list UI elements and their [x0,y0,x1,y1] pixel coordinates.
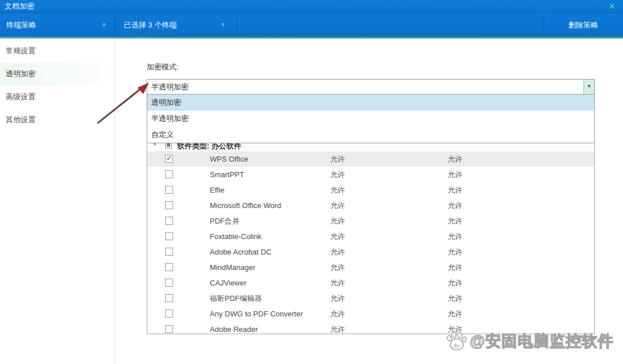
toolbar: 终端策略 ▼ 已选择 3 个终端 ▼ 删除策略 [0,13,623,37]
watermark-text: @安固电脑监控软件 [470,331,614,351]
permission-value-1: 允许 [330,198,345,213]
permission-value-2: 允许 [448,151,463,167]
row-checkbox[interactable] [165,248,173,256]
permission-value-2: 允许 [448,291,463,306]
terminal-policy-label: 终端策略 [0,21,36,29]
permission-value-1: 允许 [330,213,345,229]
window-title: 文档加密 [5,0,34,13]
permission-value-2: 允许 [448,260,463,275]
permission-value-1: 允许 [330,260,345,275]
software-name: Effie [210,182,225,198]
table-row[interactable]: Effie 允许 允许 [147,182,594,198]
sidebar-item-label: 常规设置 [6,46,36,55]
row-checkbox[interactable] [165,217,173,225]
software-table: ∨ 软件类型: 办公软件 WPS Office 允许 允许 SmartPPT 允… [147,141,595,334]
sidebar-item[interactable]: 高级设置 [0,85,114,108]
paw-icon-du-label: du [453,343,460,349]
table-row[interactable]: Adobe Acrobat DC 允许 允许 [147,244,594,260]
permission-value-2: 允许 [448,198,463,213]
permission-value-1: 允许 [330,291,345,306]
permission-value-2: 允许 [448,167,463,182]
terminal-policy-dropdown[interactable]: 终端策略 ▼ [0,13,115,37]
dropdown-option[interactable]: 半透明加密 [147,111,594,127]
row-checkbox[interactable] [165,263,173,271]
software-name: SmartPPT [210,167,244,182]
encryption-mode-dropdown-list: 透明加密半透明加密自定义 [147,95,595,143]
permission-value-1: 允许 [330,167,345,182]
dropdown-option[interactable]: 透明加密 [147,95,594,111]
chevron-down-icon: ▼ [587,84,591,89]
toolbar-divider [236,13,237,37]
software-name: Adobe Reader [210,322,258,334]
selected-terminals-dropdown[interactable]: 已选择 3 个终端 ▼ [116,13,236,37]
titlebar: 文档加密 ✕ [0,0,623,13]
software-name: Foxtable-Colink [210,229,261,244]
software-name: Microsoft Office Word [210,198,281,213]
row-checkbox[interactable] [165,201,173,209]
sidebar-item-label: 高级设置 [6,92,36,101]
document-encryption-window: 文档加密 ✕ 终端策略 ▼ 已选择 3 个终端 ▼ 删除策略 常规设置 透明加密… [0,0,623,364]
sidebar-item[interactable]: 透明加密 [0,62,114,85]
table-row[interactable]: Foxtable-Colink 允许 允许 [147,229,594,244]
encryption-mode-value: 半透明加密 [151,80,189,94]
permission-value-1: 允许 [330,322,345,334]
permission-value-1: 允许 [330,182,345,198]
sidebar-item[interactable]: 常规设置 [0,40,114,62]
select-dropdown-button[interactable]: ▼ [583,80,594,94]
sidebar-item-label: 透明加密 [6,69,36,78]
software-name: WPS Office [210,151,248,167]
encryption-mode-label: 加密模式: [147,62,179,72]
software-name: Any DWG to PDF Converter [210,306,303,322]
permission-value-2: 允许 [448,275,463,291]
permission-value-2: 允许 [448,182,463,198]
software-name: Adobe Acrobat DC [210,244,272,260]
permission-value-2: 允许 [448,229,463,244]
row-checkbox[interactable] [165,232,173,240]
software-rows: WPS Office 允许 允许 SmartPPT 允许 允许 Effie 允许… [147,151,594,334]
row-checkbox[interactable] [165,294,173,302]
software-name: MindManager [210,260,256,275]
table-row[interactable]: MindManager 允许 允许 [147,260,594,275]
permission-value-2: 允许 [448,244,463,260]
row-checkbox[interactable] [165,186,173,194]
dropdown-option[interactable]: 自定义 [147,127,594,143]
table-row[interactable]: SmartPPT 允许 允许 [147,167,594,182]
chevron-down-icon: ▼ [101,13,107,37]
table-row[interactable]: PDF合并 允许 允许 [147,213,594,229]
permission-value-2: 允许 [448,213,463,229]
permission-value-1: 允许 [330,151,345,167]
row-checkbox[interactable] [165,170,173,178]
main-panel: 加密模式: 半透明加密 ▼ 透明加密半透明加密自定义 ∨ 软件类型: 办公软件 … [115,38,623,364]
table-row[interactable]: 福昕PDF编辑器 允许 允许 [147,291,594,306]
table-row[interactable]: Any DWG to PDF Converter 允许 允许 [147,306,594,322]
row-checkbox[interactable] [165,325,173,333]
table-row[interactable]: Microsoft Office Word 允许 允许 [147,198,594,213]
delete-policy-button[interactable]: 删除策略 [543,13,623,37]
table-row[interactable]: CAJViewer 允许 允许 [147,275,594,291]
permission-value-1: 允许 [330,306,345,322]
permission-value-1: 允许 [330,229,345,244]
close-icon[interactable]: ✕ [608,0,616,13]
software-name: PDF合并 [210,213,240,229]
chevron-down-icon: ▼ [221,13,226,37]
watermark: du @安固电脑监控软件 [445,331,614,351]
sidebar-item[interactable]: 其他设置 [0,108,114,131]
software-name: CAJViewer [210,275,246,291]
permission-value-1: 允许 [330,244,345,260]
row-checkbox[interactable] [165,155,173,163]
encryption-mode-select[interactable]: 半透明加密 ▼ [147,79,595,95]
table-row[interactable]: WPS Office 允许 允许 [147,151,594,167]
row-checkbox[interactable] [165,279,173,287]
sidebar: 常规设置 透明加密 高级设置 其他设置 [0,38,115,364]
software-name: 福昕PDF编辑器 [210,291,262,306]
paw-icon: du [445,331,467,351]
permission-value-1: 允许 [330,275,345,291]
row-checkbox[interactable] [165,310,173,318]
selected-terminals-label: 已选择 3 个终端 [116,21,177,29]
sidebar-item-label: 其他设置 [6,115,36,124]
permission-value-2: 允许 [448,306,463,322]
